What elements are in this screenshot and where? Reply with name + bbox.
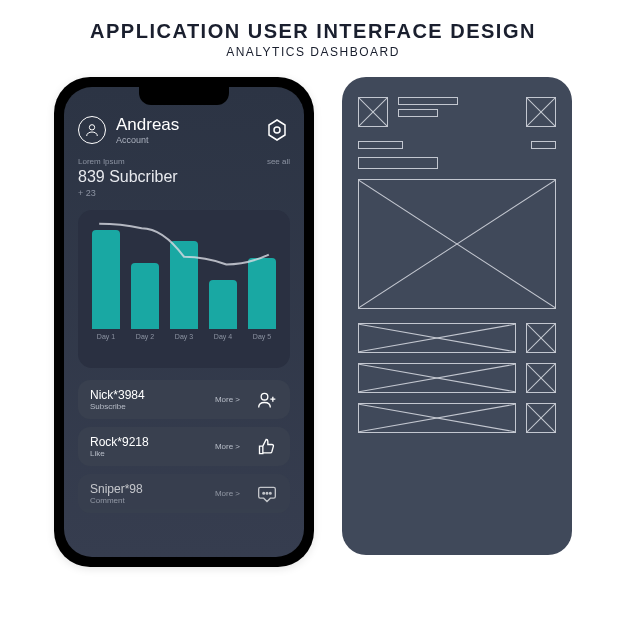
more-link[interactable]: More > <box>215 489 240 498</box>
stats-lorem: Lorem Ipsum <box>78 157 125 166</box>
svg-point-6 <box>270 492 272 494</box>
user-name: Andreas <box>116 115 254 135</box>
chart-bar: Day 5 <box>248 258 276 341</box>
wire-line <box>398 97 458 105</box>
wire-avatar <box>358 97 388 127</box>
chart-bar-label: Day 5 <box>253 333 271 340</box>
wire-list-item <box>358 403 516 433</box>
chart-bar-label: Day 1 <box>97 333 115 340</box>
wire-line <box>358 157 438 169</box>
wire-line <box>398 109 438 117</box>
svg-point-5 <box>266 492 268 494</box>
thumbs-up-icon <box>256 436 278 458</box>
avatar[interactable] <box>78 116 106 144</box>
analytics-chart: Day 1Day 2Day 3Day 4Day 5 <box>78 210 290 368</box>
activity-action: Like <box>90 449 205 458</box>
more-link[interactable]: More > <box>215 395 240 404</box>
activity-user: Rock*9218 <box>90 435 205 449</box>
user-plus-icon <box>256 389 278 411</box>
wire-settings <box>526 97 556 127</box>
more-link[interactable]: More > <box>215 442 240 451</box>
chart-bar: Day 3 <box>170 241 198 340</box>
comment-icon <box>256 483 278 505</box>
activity-user: Sniper*98 <box>90 482 205 496</box>
app-screen: Andreas Account Lorem Ipsum see all 839 … <box>64 87 304 557</box>
subscriber-count: 839 Subcriber <box>78 168 290 186</box>
activity-item[interactable]: Sniper*98 Comment More > <box>78 474 290 513</box>
svg-point-2 <box>274 127 280 133</box>
svg-point-0 <box>89 125 94 130</box>
svg-point-3 <box>261 393 268 400</box>
activity-item[interactable]: Rock*9218 Like More > <box>78 427 290 466</box>
chart-bar: Day 4 <box>209 280 237 341</box>
user-icon <box>84 122 100 138</box>
activity-action: Subscribe <box>90 402 205 411</box>
stats-card: Lorem Ipsum see all 839 Subcriber + 23 <box>78 157 290 198</box>
wire-icon <box>526 323 556 353</box>
activity-item[interactable]: Nick*3984 Subscribe More > <box>78 380 290 419</box>
see-all-link[interactable]: see all <box>267 157 290 166</box>
gear-icon <box>265 118 289 142</box>
chart-bar-label: Day 4 <box>214 333 232 340</box>
svg-point-4 <box>263 492 265 494</box>
phone-notch <box>139 87 229 105</box>
chart-bar-label: Day 3 <box>175 333 193 340</box>
page-title: APPLICATION USER INTERFACE DESIGN <box>90 20 536 43</box>
chart-bar-label: Day 2 <box>136 333 154 340</box>
wire-list-item <box>358 323 516 353</box>
wire-line <box>531 141 556 149</box>
chart-bar: Day 1 <box>92 230 120 340</box>
wire-list-item <box>358 363 516 393</box>
wireframe-screen <box>342 77 572 555</box>
svg-marker-1 <box>269 120 285 140</box>
subscriber-delta: + 23 <box>78 188 290 198</box>
page-subtitle: ANALYTICS DASHBOARD <box>90 45 536 59</box>
wire-icon <box>526 403 556 433</box>
chart-bar: Day 2 <box>131 263 159 340</box>
activity-user: Nick*3984 <box>90 388 205 402</box>
wire-line <box>358 141 403 149</box>
phone-frame: Andreas Account Lorem Ipsum see all 839 … <box>54 77 314 567</box>
wire-chart <box>358 179 556 309</box>
activity-list: Nick*3984 Subscribe More > Rock*9218 Lik… <box>78 380 290 513</box>
activity-action: Comment <box>90 496 205 505</box>
wire-icon <box>526 363 556 393</box>
settings-button[interactable] <box>264 117 290 143</box>
account-label: Account <box>116 135 254 145</box>
